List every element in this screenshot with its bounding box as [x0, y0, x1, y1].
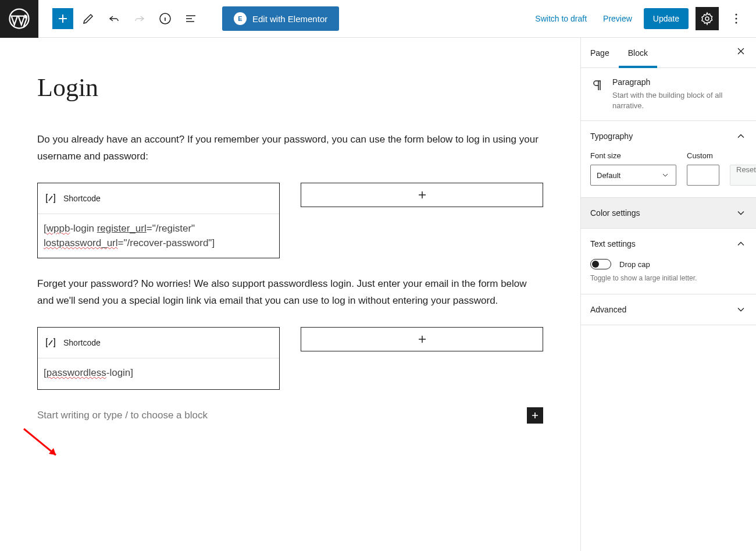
svg-point-3	[736, 14, 737, 16]
editor-area: Login Do you already have an account? If…	[0, 38, 580, 551]
columns-2: Shortcode [passwordless-login]	[37, 327, 543, 390]
shortcode-block-1[interactable]: Shortcode [wppb-login register_url="/reg…	[37, 183, 280, 258]
tab-page[interactable]: Page	[581, 38, 619, 68]
block-desc-text: Start with the building block of all nar…	[612, 90, 747, 111]
shortcode-header-2: Shortcode	[38, 328, 279, 358]
switch-to-draft-link[interactable]: Switch to draft	[530, 9, 591, 28]
panel-color-settings: Color settings	[581, 198, 756, 229]
close-icon	[735, 45, 747, 57]
paragraph-1[interactable]: Do you already have an account? If you r…	[37, 131, 543, 165]
shortcode-label-2: Shortcode	[63, 338, 101, 347]
paragraph-2[interactable]: Forget your password? No worries! We als…	[37, 276, 543, 310]
empty-column-add-1[interactable]	[301, 183, 543, 207]
edit-mode-button[interactable]	[78, 8, 99, 29]
paragraph-placeholder[interactable]: Start writing or type / to choose a bloc…	[37, 407, 543, 424]
column-left-2: Shortcode [passwordless-login]	[37, 327, 280, 390]
drop-cap-toggle[interactable]	[590, 259, 611, 269]
shortcode-body-1[interactable]: [wppb-login register_url="/register" los…	[38, 214, 279, 258]
drop-cap-hint: Toggle to show a large initial letter.	[590, 274, 747, 282]
shortcode-icon	[44, 336, 58, 350]
elementor-icon: E	[234, 12, 247, 25]
undo-button[interactable]	[104, 8, 124, 29]
paragraph-icon	[590, 77, 604, 111]
settings-sidebar: Page Block Paragraph Start with the buil…	[580, 38, 756, 551]
add-block-button[interactable]	[52, 8, 73, 29]
block-description: Paragraph Start with the building block …	[581, 68, 756, 121]
drop-cap-label: Drop cap	[619, 260, 650, 269]
chevron-down-icon	[735, 207, 747, 219]
edit-with-elementor-button[interactable]: E Edit with Elementor	[222, 6, 339, 31]
preview-link[interactable]: Preview	[598, 9, 637, 28]
panel-typography-body: Font size Default Custom Reset	[581, 151, 756, 197]
chevron-up-icon	[735, 238, 747, 250]
columns-1: Shortcode [wppb-login register_url="/reg…	[37, 183, 543, 258]
inline-add-button[interactable]	[527, 407, 543, 424]
panel-text-header[interactable]: Text settings	[581, 229, 756, 259]
plus-icon	[529, 410, 541, 421]
toolbar-right: Switch to draft Preview Update	[530, 7, 756, 30]
svg-point-2	[705, 17, 709, 20]
wordpress-logo[interactable]	[0, 0, 38, 38]
redo-button[interactable]	[129, 8, 150, 29]
tab-block[interactable]: Block	[619, 38, 657, 68]
column-right-2	[301, 327, 543, 390]
shortcode-label: Shortcode	[63, 194, 101, 203]
column-right-1	[301, 183, 543, 258]
reset-button[interactable]: Reset	[730, 165, 756, 186]
svg-point-5	[736, 22, 737, 24]
chevron-down-icon	[661, 170, 670, 180]
toolbar-left: E Edit with Elementor	[38, 6, 339, 31]
close-sidebar-button[interactable]	[726, 45, 756, 60]
update-button[interactable]: Update	[644, 8, 689, 29]
panel-advanced-header[interactable]: Advanced	[581, 294, 756, 325]
plus-icon	[415, 332, 429, 346]
topbar: E Edit with Elementor Switch to draft Pr…	[0, 0, 756, 38]
svg-marker-7	[49, 448, 56, 455]
panel-typography-header[interactable]: Typography	[581, 121, 756, 151]
chevron-up-icon	[735, 130, 747, 142]
shortcode-body-2[interactable]: [passwordless-login]	[38, 358, 279, 389]
panel-color-header[interactable]: Color settings	[581, 198, 756, 228]
info-button[interactable]	[155, 8, 176, 29]
shortcode-icon	[44, 191, 58, 205]
empty-column-add-2[interactable]	[301, 327, 543, 351]
settings-button[interactable]	[696, 7, 719, 30]
font-size-label: Font size	[590, 151, 676, 160]
page-title[interactable]: Login	[37, 73, 543, 102]
font-size-select[interactable]: Default	[590, 165, 676, 186]
custom-size-input[interactable]	[687, 165, 719, 186]
panel-typography: Typography Font size Default Custom	[581, 121, 756, 198]
panel-text-body: Drop cap Toggle to show a large initial …	[581, 259, 756, 294]
main: Login Do you already have an account? If…	[0, 38, 756, 551]
panel-text-settings: Text settings Drop cap Toggle to show a …	[581, 229, 756, 294]
outline-button[interactable]	[180, 8, 201, 29]
plus-icon	[415, 188, 429, 202]
custom-label: Custom	[687, 151, 719, 160]
shortcode-block-2[interactable]: Shortcode [passwordless-login]	[37, 327, 280, 390]
sidebar-tabs: Page Block	[581, 38, 756, 68]
block-name: Paragraph	[612, 77, 747, 87]
shortcode-header: Shortcode	[38, 183, 279, 214]
svg-point-4	[736, 18, 737, 20]
chevron-down-icon	[735, 304, 747, 315]
panel-advanced: Advanced	[581, 294, 756, 325]
column-left-1: Shortcode [wppb-login register_url="/reg…	[37, 183, 280, 258]
more-menu-button[interactable]	[726, 8, 747, 29]
editor-content[interactable]: Login Do you already have an account? If…	[37, 38, 543, 447]
elementor-label: Edit with Elementor	[252, 14, 327, 24]
